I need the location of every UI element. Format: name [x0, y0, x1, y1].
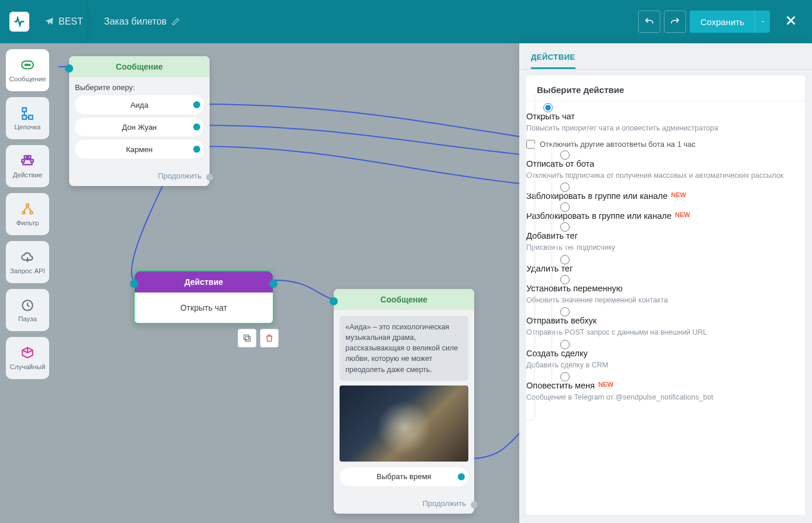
node-action[interactable]: Действие Открыть чат: [133, 270, 274, 324]
option-title: Открыть чат: [526, 112, 805, 121]
port-out[interactable]: [193, 101, 200, 108]
undo-icon: [644, 16, 655, 27]
option-radio[interactable]: [560, 202, 570, 212]
svg-rect-1: [244, 335, 249, 340]
option-title: Отправить вебхук: [526, 316, 805, 325]
chain-icon: [20, 106, 35, 121]
port-continue[interactable]: [206, 174, 213, 181]
new-badge: NEW: [671, 191, 686, 198]
save-button[interactable]: Сохранить: [690, 11, 755, 33]
svg-rect-10: [28, 156, 30, 158]
tool-pause[interactable]: Пауза: [6, 289, 49, 331]
tool-label: Действие: [13, 171, 43, 178]
node-message-1[interactable]: Сообщение Выберите оперу: Аида Дон Жуан …: [69, 56, 210, 186]
svg-rect-9: [25, 156, 27, 158]
svg-point-3: [25, 64, 26, 66]
tool-api[interactable]: Запрос API: [6, 241, 49, 283]
tool-action[interactable]: Действие: [6, 145, 49, 187]
svg-point-13: [26, 204, 29, 206]
breadcrumb-flow[interactable]: Заказ билетов: [94, 16, 190, 27]
port-in[interactable]: [65, 64, 73, 73]
tool-label: Запрос API: [10, 267, 45, 274]
option-title: Добавить тег: [526, 231, 805, 240]
continue-label: Продолжить: [423, 499, 466, 508]
option-title: Установить переменную: [526, 284, 805, 293]
tool-label: Цепочка: [15, 123, 41, 130]
option-radio[interactable]: [560, 340, 570, 349]
option-chip[interactable]: Дон Жуан: [75, 118, 204, 136]
breadcrumb-bot[interactable]: BEST: [34, 16, 94, 27]
chip-label: Дон Жуан: [122, 123, 157, 132]
node-body: «Аида» – это психологическая музыкальная…: [334, 310, 474, 496]
node-text: «Аида» – это психологическая музыкальная…: [340, 316, 468, 381]
port-out[interactable]: [269, 280, 277, 288]
copy-icon: [242, 333, 252, 343]
option-radio[interactable]: [560, 275, 570, 284]
redo-button[interactable]: [664, 11, 686, 33]
option-radio[interactable]: [560, 183, 570, 192]
port-in[interactable]: [130, 280, 138, 288]
save-group: Сохранить: [690, 11, 770, 33]
tool-message[interactable]: Сообщение: [6, 49, 49, 91]
delete-button[interactable]: [260, 329, 279, 347]
option-title: Создать сделку: [526, 349, 805, 358]
option-radio[interactable]: [560, 307, 570, 316]
chip-label: Аида: [131, 101, 149, 109]
option-radio[interactable]: [543, 103, 553, 112]
continue-label: Продолжить: [158, 171, 201, 180]
tool-label: Случайный: [10, 363, 46, 370]
port-out[interactable]: [193, 123, 200, 130]
node-body: Открыть чат: [135, 293, 273, 323]
tool-label: Пауза: [18, 315, 37, 322]
node-continue[interactable]: Продолжить: [69, 168, 210, 186]
undo-button[interactable]: [638, 11, 660, 33]
tool-random[interactable]: Случайный: [6, 337, 49, 379]
chip-label: Выбрать время: [376, 472, 431, 481]
port-continue[interactable]: [471, 501, 478, 508]
cloud-icon: [20, 250, 35, 265]
option-chip[interactable]: Выбрать время: [340, 467, 468, 486]
app-header: BEST Заказ билетов Сохранить: [0, 0, 812, 43]
option-radio[interactable]: [560, 372, 570, 381]
svg-point-5: [29, 64, 30, 66]
node-continue[interactable]: Продолжить: [334, 496, 474, 514]
option-chip[interactable]: Кармен: [75, 140, 204, 159]
close-button[interactable]: [779, 12, 803, 31]
svg-rect-11: [22, 160, 24, 162]
option-radio[interactable]: [560, 222, 570, 232]
duplicate-button[interactable]: [238, 329, 256, 347]
dice-icon: [20, 346, 35, 361]
node-header: Сообщение: [334, 289, 474, 310]
svg-rect-8: [29, 115, 32, 119]
port-out[interactable]: [193, 146, 200, 153]
properties-panel: ДЕЙСТВИЕ Выберите действие Открыть чатПо…: [519, 43, 812, 523]
option-checkbox[interactable]: [526, 140, 535, 149]
option-chip[interactable]: Аида: [75, 95, 204, 114]
tool-label: Фильтр: [16, 219, 39, 226]
svg-rect-6: [22, 108, 26, 112]
option-title: Оповестить меняNEW: [526, 381, 805, 390]
tool-chain[interactable]: Цепочка: [6, 97, 49, 139]
option-desc: Сообщение в Telegram от @sendpulse_notif…: [526, 393, 805, 403]
telegram-icon: [44, 17, 54, 26]
option-radio[interactable]: [560, 255, 570, 264]
port-out[interactable]: [458, 473, 465, 480]
tab-action[interactable]: ДЕЙСТВИЕ: [531, 53, 575, 69]
panel-tabs: ДЕЙСТВИЕ: [519, 43, 812, 69]
tool-filter[interactable]: Фильтр: [6, 193, 49, 235]
tabs-divider: [519, 69, 812, 70]
action-option[interactable]: Оповестить меняNEWСообщение в Telegram о…: [526, 363, 805, 421]
svg-point-14: [22, 211, 25, 214]
option-radio[interactable]: [560, 150, 570, 160]
svg-point-15: [30, 211, 32, 214]
app-logo[interactable]: [9, 12, 29, 32]
node-prompt: Выберите оперу:: [75, 83, 204, 92]
node-header: Действие: [135, 271, 273, 293]
panel-content[interactable]: Выберите действие Открыть чатПовысить пр…: [526, 75, 805, 515]
port-in[interactable]: [330, 297, 338, 305]
bot-name: BEST: [59, 16, 83, 27]
new-badge: NEW: [675, 211, 690, 218]
save-dropdown-button[interactable]: [755, 11, 770, 33]
new-badge: NEW: [598, 381, 614, 388]
node-message-2[interactable]: Сообщение «Аида» – это психологическая м…: [334, 289, 474, 514]
